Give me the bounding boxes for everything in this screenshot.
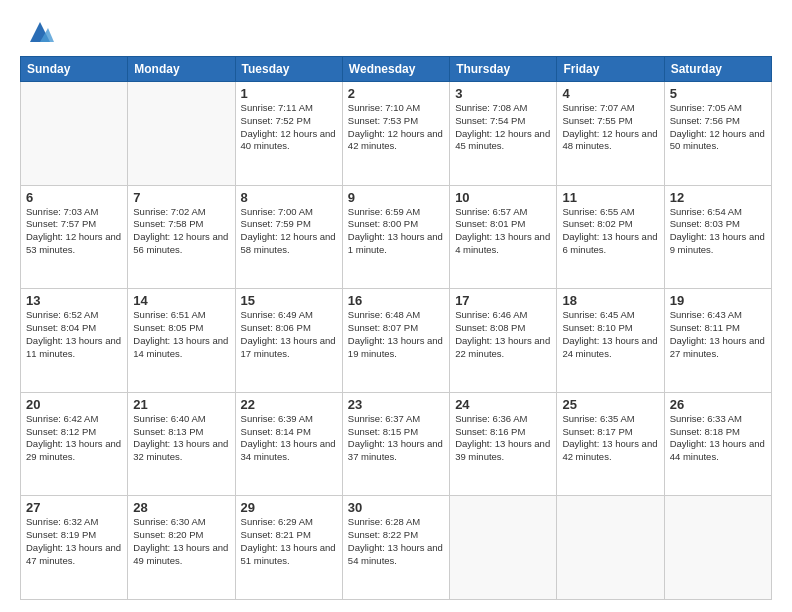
day-info: Sunrise: 6:37 AM Sunset: 8:15 PM Dayligh… [348, 413, 444, 464]
day-number: 19 [670, 293, 766, 308]
calendar-cell: 16Sunrise: 6:48 AM Sunset: 8:07 PM Dayli… [342, 289, 449, 393]
day-number: 16 [348, 293, 444, 308]
day-info: Sunrise: 6:33 AM Sunset: 8:18 PM Dayligh… [670, 413, 766, 464]
calendar-week-1: 1Sunrise: 7:11 AM Sunset: 7:52 PM Daylig… [21, 82, 772, 186]
calendar-cell: 30Sunrise: 6:28 AM Sunset: 8:22 PM Dayli… [342, 496, 449, 600]
page-header [20, 18, 772, 46]
day-number: 2 [348, 86, 444, 101]
calendar-cell: 6Sunrise: 7:03 AM Sunset: 7:57 PM Daylig… [21, 185, 128, 289]
day-info: Sunrise: 6:39 AM Sunset: 8:14 PM Dayligh… [241, 413, 337, 464]
calendar-cell [664, 496, 771, 600]
day-number: 18 [562, 293, 658, 308]
day-info: Sunrise: 6:57 AM Sunset: 8:01 PM Dayligh… [455, 206, 551, 257]
col-header-tuesday: Tuesday [235, 57, 342, 82]
calendar-cell: 9Sunrise: 6:59 AM Sunset: 8:00 PM Daylig… [342, 185, 449, 289]
day-info: Sunrise: 6:43 AM Sunset: 8:11 PM Dayligh… [670, 309, 766, 360]
col-header-sunday: Sunday [21, 57, 128, 82]
calendar-week-3: 13Sunrise: 6:52 AM Sunset: 8:04 PM Dayli… [21, 289, 772, 393]
day-number: 17 [455, 293, 551, 308]
calendar-week-5: 27Sunrise: 6:32 AM Sunset: 8:19 PM Dayli… [21, 496, 772, 600]
day-number: 27 [26, 500, 122, 515]
day-info: Sunrise: 6:30 AM Sunset: 8:20 PM Dayligh… [133, 516, 229, 567]
calendar-cell: 22Sunrise: 6:39 AM Sunset: 8:14 PM Dayli… [235, 392, 342, 496]
day-number: 12 [670, 190, 766, 205]
calendar-week-4: 20Sunrise: 6:42 AM Sunset: 8:12 PM Dayli… [21, 392, 772, 496]
day-info: Sunrise: 6:40 AM Sunset: 8:13 PM Dayligh… [133, 413, 229, 464]
calendar-cell: 17Sunrise: 6:46 AM Sunset: 8:08 PM Dayli… [450, 289, 557, 393]
day-number: 5 [670, 86, 766, 101]
day-number: 13 [26, 293, 122, 308]
day-info: Sunrise: 6:42 AM Sunset: 8:12 PM Dayligh… [26, 413, 122, 464]
calendar-table: SundayMondayTuesdayWednesdayThursdayFrid… [20, 56, 772, 600]
day-info: Sunrise: 6:49 AM Sunset: 8:06 PM Dayligh… [241, 309, 337, 360]
calendar-cell: 11Sunrise: 6:55 AM Sunset: 8:02 PM Dayli… [557, 185, 664, 289]
day-number: 21 [133, 397, 229, 412]
day-info: Sunrise: 7:00 AM Sunset: 7:59 PM Dayligh… [241, 206, 337, 257]
day-number: 29 [241, 500, 337, 515]
day-info: Sunrise: 6:46 AM Sunset: 8:08 PM Dayligh… [455, 309, 551, 360]
calendar-cell: 13Sunrise: 6:52 AM Sunset: 8:04 PM Dayli… [21, 289, 128, 393]
calendar-cell: 24Sunrise: 6:36 AM Sunset: 8:16 PM Dayli… [450, 392, 557, 496]
calendar-cell: 10Sunrise: 6:57 AM Sunset: 8:01 PM Dayli… [450, 185, 557, 289]
day-number: 24 [455, 397, 551, 412]
calendar-cell: 8Sunrise: 7:00 AM Sunset: 7:59 PM Daylig… [235, 185, 342, 289]
day-number: 3 [455, 86, 551, 101]
day-number: 11 [562, 190, 658, 205]
calendar-cell [450, 496, 557, 600]
col-header-monday: Monday [128, 57, 235, 82]
calendar-cell: 18Sunrise: 6:45 AM Sunset: 8:10 PM Dayli… [557, 289, 664, 393]
day-info: Sunrise: 7:07 AM Sunset: 7:55 PM Dayligh… [562, 102, 658, 153]
day-number: 6 [26, 190, 122, 205]
calendar-cell: 5Sunrise: 7:05 AM Sunset: 7:56 PM Daylig… [664, 82, 771, 186]
calendar-cell: 4Sunrise: 7:07 AM Sunset: 7:55 PM Daylig… [557, 82, 664, 186]
calendar-cell: 27Sunrise: 6:32 AM Sunset: 8:19 PM Dayli… [21, 496, 128, 600]
calendar-cell: 26Sunrise: 6:33 AM Sunset: 8:18 PM Dayli… [664, 392, 771, 496]
day-info: Sunrise: 6:32 AM Sunset: 8:19 PM Dayligh… [26, 516, 122, 567]
calendar-cell: 25Sunrise: 6:35 AM Sunset: 8:17 PM Dayli… [557, 392, 664, 496]
day-info: Sunrise: 7:05 AM Sunset: 7:56 PM Dayligh… [670, 102, 766, 153]
day-number: 1 [241, 86, 337, 101]
day-info: Sunrise: 7:03 AM Sunset: 7:57 PM Dayligh… [26, 206, 122, 257]
day-number: 7 [133, 190, 229, 205]
day-number: 25 [562, 397, 658, 412]
day-info: Sunrise: 6:55 AM Sunset: 8:02 PM Dayligh… [562, 206, 658, 257]
day-info: Sunrise: 6:29 AM Sunset: 8:21 PM Dayligh… [241, 516, 337, 567]
day-number: 26 [670, 397, 766, 412]
day-info: Sunrise: 6:45 AM Sunset: 8:10 PM Dayligh… [562, 309, 658, 360]
day-number: 20 [26, 397, 122, 412]
day-info: Sunrise: 6:51 AM Sunset: 8:05 PM Dayligh… [133, 309, 229, 360]
day-info: Sunrise: 7:10 AM Sunset: 7:53 PM Dayligh… [348, 102, 444, 153]
day-number: 15 [241, 293, 337, 308]
day-info: Sunrise: 6:54 AM Sunset: 8:03 PM Dayligh… [670, 206, 766, 257]
calendar-cell: 12Sunrise: 6:54 AM Sunset: 8:03 PM Dayli… [664, 185, 771, 289]
calendar-cell: 23Sunrise: 6:37 AM Sunset: 8:15 PM Dayli… [342, 392, 449, 496]
day-number: 30 [348, 500, 444, 515]
calendar-cell: 2Sunrise: 7:10 AM Sunset: 7:53 PM Daylig… [342, 82, 449, 186]
day-info: Sunrise: 6:59 AM Sunset: 8:00 PM Dayligh… [348, 206, 444, 257]
calendar-cell: 21Sunrise: 6:40 AM Sunset: 8:13 PM Dayli… [128, 392, 235, 496]
day-info: Sunrise: 6:36 AM Sunset: 8:16 PM Dayligh… [455, 413, 551, 464]
calendar-cell [21, 82, 128, 186]
calendar-cell: 14Sunrise: 6:51 AM Sunset: 8:05 PM Dayli… [128, 289, 235, 393]
day-info: Sunrise: 6:35 AM Sunset: 8:17 PM Dayligh… [562, 413, 658, 464]
calendar-cell: 7Sunrise: 7:02 AM Sunset: 7:58 PM Daylig… [128, 185, 235, 289]
day-info: Sunrise: 7:02 AM Sunset: 7:58 PM Dayligh… [133, 206, 229, 257]
calendar-week-2: 6Sunrise: 7:03 AM Sunset: 7:57 PM Daylig… [21, 185, 772, 289]
day-number: 10 [455, 190, 551, 205]
day-info: Sunrise: 6:28 AM Sunset: 8:22 PM Dayligh… [348, 516, 444, 567]
calendar-cell: 29Sunrise: 6:29 AM Sunset: 8:21 PM Dayli… [235, 496, 342, 600]
col-header-wednesday: Wednesday [342, 57, 449, 82]
calendar-cell: 19Sunrise: 6:43 AM Sunset: 8:11 PM Dayli… [664, 289, 771, 393]
col-header-saturday: Saturday [664, 57, 771, 82]
calendar-cell: 20Sunrise: 6:42 AM Sunset: 8:12 PM Dayli… [21, 392, 128, 496]
logo-icon [26, 18, 54, 46]
calendar-cell: 1Sunrise: 7:11 AM Sunset: 7:52 PM Daylig… [235, 82, 342, 186]
calendar-cell [557, 496, 664, 600]
day-number: 14 [133, 293, 229, 308]
day-info: Sunrise: 7:08 AM Sunset: 7:54 PM Dayligh… [455, 102, 551, 153]
day-number: 28 [133, 500, 229, 515]
day-number: 23 [348, 397, 444, 412]
col-header-friday: Friday [557, 57, 664, 82]
day-number: 9 [348, 190, 444, 205]
day-info: Sunrise: 7:11 AM Sunset: 7:52 PM Dayligh… [241, 102, 337, 153]
